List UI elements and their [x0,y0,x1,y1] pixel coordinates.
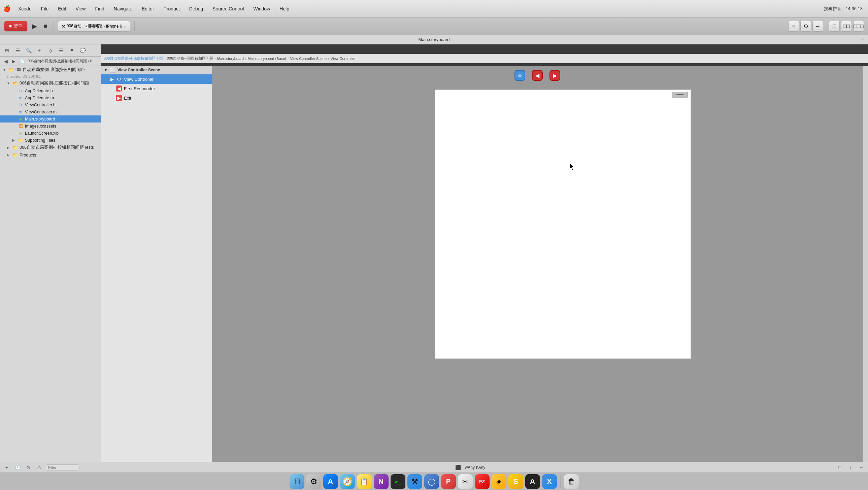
nav-item-main-group[interactable]: ▼ 📂 006自动布局案例-底部按钮相同间距 [0,79,101,87]
vc-exit-icon[interactable]: ▶ [550,70,560,81]
dock-system-prefs[interactable]: ⚙ [306,474,321,489]
breadcrumb-segment-1[interactable]: 006自动布局案例-底部按钮相同间距 [104,56,163,61]
filter-input[interactable] [46,464,80,470]
breadcrumb-segment-3[interactable]: Main.storyboard [217,57,244,61]
nav-item-viewcontroller-h[interactable]: ▶ h ViewController.h [0,101,101,108]
outline-header-label: View Controller Scene [118,68,160,72]
inspector-toggle-button[interactable]: □□□ [853,21,864,32]
outline-item-first-responder[interactable]: ▶ ◀ First Responder [101,84,212,93]
outline-item-view-controller[interactable]: ▶ ⚙ View Controller [101,74,212,84]
editor-version-button[interactable]: ↔ [812,21,823,32]
appdelegate-h-icon: h [18,88,24,93]
navigator-grid-button[interactable]: ⊞ [3,46,11,55]
nav-forward-button[interactable]: ▶ [10,58,17,65]
editor-assistant-button[interactable]: ⊙ [800,21,811,32]
dock-terminal[interactable]: >_ [391,474,405,489]
recent-files-button[interactable]: 🕐 [13,463,22,471]
nav-disc-products[interactable]: ▶ [7,153,11,157]
view-controller-canvas[interactable]: ━━━ [435,90,691,359]
outline-header[interactable]: ▼ ⬜ View Controller Scene [101,66,212,74]
menu-debug[interactable]: Debug [185,5,208,13]
view-controller-icon: ⚙ [116,76,122,82]
nav-disc-tests[interactable]: ▶ [7,146,11,150]
vc-fr-icon[interactable]: ◀ [532,70,543,81]
menu-help[interactable]: Help [275,5,294,13]
dock-app1[interactable]: ◯ [424,474,439,489]
nav-item-root-project[interactable]: ▼ 📁 006自动布局案例-底部按钮相同间距 [0,66,101,74]
dock-pp[interactable]: P [441,474,456,489]
nav-item-appdelegate-h[interactable]: ▶ h AppDelegate.h [0,87,101,94]
scheme-icon: ⚒ [62,24,65,29]
navigator-diamond-button[interactable]: ◇ [46,46,55,55]
outline-item-exit[interactable]: ▶ ▶ Exit [101,93,212,103]
navigator-toggle-button[interactable]: □ [829,21,840,32]
breadcrumb-segment-5[interactable]: View Controller Scene [290,57,327,61]
navigator-list-button[interactable]: ☰ [13,46,22,55]
stop-square-button[interactable]: ■ [42,21,50,31]
dock-app-store[interactable]: A [323,474,338,489]
navigator-search-button[interactable]: 🔍 [24,46,33,55]
nav-item-products[interactable]: ▶ 📁 Products [0,152,101,159]
nav-disc-supporting[interactable]: ▶ [12,138,16,142]
breadcrumb-segment-2[interactable]: 006自动布···那按钮相同间距 [167,56,214,61]
dock-editor[interactable]: A [525,474,540,489]
menu-xcode[interactable]: Xcode [13,5,36,13]
filter-button[interactable]: ⊙ [24,463,32,471]
editor-standard-button[interactable]: ≡ [788,21,799,32]
dock-onenote[interactable]: N [374,474,389,489]
dock-xcode2[interactable]: X [542,474,557,489]
add-tab-button[interactable]: + [860,36,864,43]
nav-item-viewcontroller-m[interactable]: ▶ m ViewController.m [0,108,101,116]
nav-item-supporting-files[interactable]: ▶ 📁 Supporting Files [0,137,101,144]
dock-tool[interactable]: ✂ [458,474,473,489]
menu-file[interactable]: File [36,5,54,13]
breadcrumb-segment-6[interactable]: View Controller [331,57,355,61]
scheme-selector[interactable]: ⚒ 006自动...·相同间距 › iPhone 6 ⌄ [58,21,131,32]
navigator-warning-button[interactable]: ⚠ [35,46,44,55]
vc-main-icon[interactable]: ⚙ [515,70,525,81]
menu-source-control[interactable]: Source Control [208,5,248,13]
dock-finder[interactable]: 🖥 [289,474,304,489]
debug-area-toggle-button[interactable]: □□ [841,21,852,32]
menu-edit[interactable]: Edit [53,5,71,13]
nav-disclosure-main[interactable]: ▼ [7,81,11,85]
dock-xcode[interactable]: ⚒ [407,474,422,489]
constraint-align-button[interactable]: □ [836,463,844,471]
menu-product[interactable]: Product [159,5,185,13]
nav-item-images-xcassets[interactable]: ▶ 🖼 Images.xcassets [0,123,101,130]
menu-view[interactable]: View [71,5,90,13]
dock-trash[interactable]: 🗑 [564,474,579,489]
document-outline-button[interactable]: ⬛ [454,463,462,471]
dock-stickies[interactable]: 📋 [357,474,372,489]
outline-header-disclosure[interactable]: ▼ [104,68,108,72]
dock-safari[interactable]: 🧭 [340,474,355,489]
apple-menu[interactable]: 🍎 [0,5,13,12]
menu-editor[interactable]: Editor [137,5,159,13]
nav-item-launchscreen-xib[interactable]: ▶ ◈ LaunchScreen.xib [0,130,101,137]
navigator-chat-button[interactable]: 💬 [78,46,87,55]
nav-disclosure-root[interactable]: ▼ [3,68,7,72]
nav-back-button[interactable]: ◀ [3,58,9,65]
nav-item-main-storyboard[interactable]: ▶ ◈ Main.storyboard [0,116,101,123]
add-file-button[interactable]: + [3,463,11,471]
menu-find[interactable]: Find [90,5,109,13]
menu-window[interactable]: Window [248,5,275,13]
nav-item-appdelegate-m[interactable]: ▶ m AppDelegate.m [0,94,101,101]
constraint-resolve-button[interactable]: ↔ [857,463,865,471]
outline-item-vc-disclosure[interactable]: ▶ [111,77,114,82]
input-method-indicator[interactable]: 搜狗拼音 [824,6,841,12]
nav-item-tests-group[interactable]: ▶ 📁 006自动布局案例-···按钮相同间距Tests [0,144,101,152]
constraint-pin-button[interactable]: ↕ [846,463,855,471]
dock-filezilla[interactable]: FZ [475,474,490,489]
dock-daemon[interactable]: ◈ [492,474,506,489]
stop-button[interactable]: ■ 暂停 [4,21,28,32]
play-button[interactable]: ▶ [30,21,39,31]
canvas-area[interactable]: ⚙ ◀ ▶ ━━━ [212,66,863,472]
navigator-list2-button[interactable]: ☰ [57,46,65,55]
dock-sketch[interactable]: S [508,474,523,489]
menu-navigate[interactable]: Navigate [109,5,137,13]
breadcrumb-segment-4[interactable]: Main.storyboard (Base) [247,57,286,61]
outline-panel: ▼ ⬜ View Controller Scene ▶ ⚙ View Contr… [101,66,212,472]
navigator-flag-button[interactable]: ⚑ [67,46,76,55]
warning-button[interactable]: ⚠ [35,463,43,471]
